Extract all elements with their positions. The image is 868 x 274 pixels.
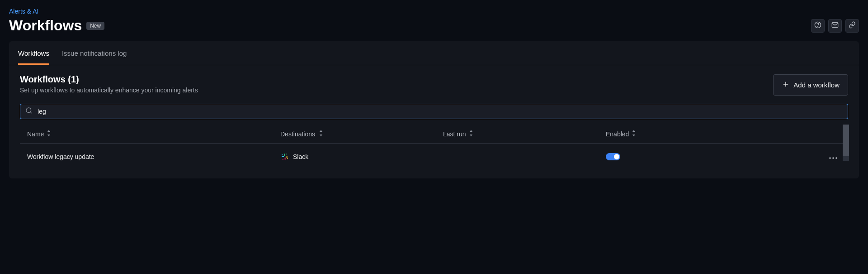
- svg-rect-10: [285, 157, 286, 159]
- svg-line-6: [30, 112, 32, 113]
- svg-point-11: [282, 154, 283, 155]
- svg-rect-9: [286, 156, 288, 157]
- mail-icon: [831, 21, 839, 30]
- new-badge: New: [86, 22, 104, 30]
- slack-icon: [280, 152, 289, 161]
- sort-icon[interactable]: [319, 130, 323, 138]
- table-row[interactable]: Workflow legacy update: [20, 143, 848, 169]
- page-title: Workflows: [9, 17, 82, 34]
- plus-icon: [782, 80, 790, 90]
- scrollbar[interactable]: [843, 125, 849, 161]
- help-icon: [814, 21, 821, 30]
- toggle-knob: [614, 154, 619, 159]
- svg-point-5: [26, 108, 31, 113]
- tab-workflows[interactable]: Workflows: [18, 41, 49, 65]
- sort-icon[interactable]: [47, 130, 51, 138]
- tab-issue-notifications-log[interactable]: Issue notifications log: [62, 41, 127, 65]
- link-button[interactable]: [845, 19, 859, 33]
- breadcrumb-alerts-ai[interactable]: Alerts & AI: [9, 8, 38, 15]
- destination-label: Slack: [293, 153, 308, 160]
- svg-rect-8: [284, 154, 285, 156]
- section-title: Workflows (1): [20, 74, 198, 85]
- more-actions-button[interactable]: [826, 150, 841, 163]
- header-enabled[interactable]: Enabled: [606, 130, 629, 138]
- section-subtitle: Set up workflows to automatically enhanc…: [20, 87, 198, 94]
- svg-point-13: [287, 158, 288, 159]
- enabled-toggle[interactable]: [606, 153, 620, 160]
- svg-point-1: [818, 26, 818, 27]
- link-icon: [849, 21, 856, 30]
- svg-point-16: [832, 157, 834, 159]
- sort-icon[interactable]: [469, 130, 473, 138]
- search-input[interactable]: [20, 104, 848, 119]
- header-name[interactable]: Name: [27, 130, 44, 138]
- header-destinations[interactable]: Destinations: [280, 130, 315, 138]
- add-workflow-button[interactable]: Add a workflow: [773, 74, 848, 96]
- add-workflow-label: Add a workflow: [793, 81, 840, 89]
- mail-button[interactable]: [828, 19, 842, 33]
- header-last-run[interactable]: Last run: [443, 130, 466, 138]
- scrollbar-thumb[interactable]: [843, 125, 849, 156]
- workflow-name: Workflow legacy update: [27, 153, 94, 160]
- svg-point-12: [286, 154, 287, 154]
- search-icon: [25, 107, 33, 116]
- table-header: Name Destinations Last run: [20, 125, 848, 143]
- svg-point-15: [829, 157, 831, 159]
- svg-point-17: [835, 157, 837, 159]
- help-button[interactable]: [811, 19, 825, 33]
- sort-icon[interactable]: [632, 130, 636, 138]
- svg-point-14: [283, 159, 283, 159]
- svg-rect-7: [282, 156, 284, 157]
